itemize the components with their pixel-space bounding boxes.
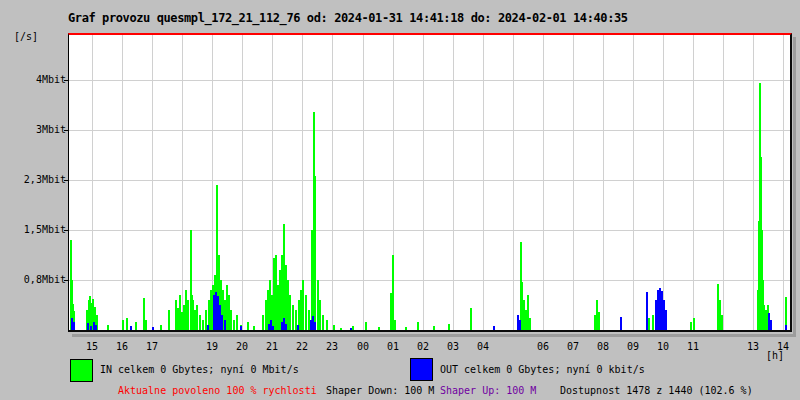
legend-in-swatch [70,359,93,382]
traffic-bar-out [90,326,92,330]
traffic-bar-in [168,310,170,330]
traffic-bar-in [448,324,450,330]
x-tick-label: 02 [410,341,436,352]
traffic-bar-out [493,326,495,330]
traffic-bar-in [314,176,316,330]
traffic-bar-in [326,320,328,330]
traffic-bar-in [199,315,201,330]
traffic-bar-out [646,292,648,330]
traffic-bar-in [302,280,304,330]
traffic-bar-out [221,315,223,330]
legend-availability: Dostupnost 1478 z 1440 (102.6 %) [560,385,753,396]
x-tick-label: 17 [139,341,165,352]
traffic-bar-out [73,322,75,330]
traffic-bar-out [665,310,667,330]
traffic-bar-in [233,320,235,330]
legend-allowed-speed: Aktualne povoleno 100 % rychlosti [118,385,317,396]
traffic-bar-in [135,322,137,330]
traffic-bar-in [262,315,264,330]
traffic-bar-out [785,325,787,330]
plot-shadow [793,37,796,334]
traffic-bar-out [152,327,154,330]
traffic-bar-in [529,318,531,330]
traffic-bar-in [405,327,407,330]
x-tick-label: 08 [590,341,616,352]
traffic-bar-in [236,315,238,330]
legend-shaper-up: Shaper Up: 100 M [440,385,536,396]
plot-area [68,33,792,332]
x-tick-label: 19 [199,341,225,352]
traffic-bar-in [145,320,147,330]
traffic-bar-in [126,318,128,330]
plot-shadow [72,334,796,337]
traffic-bar-in [648,318,650,330]
x-tick-label: 07 [560,341,586,352]
traffic-bar-out [285,324,287,330]
traffic-bar-out [297,325,299,330]
traffic-bar-in [187,300,189,330]
traffic-bar-in [340,328,342,330]
traffic-bar-in [352,326,354,330]
traffic-bar-in [322,315,324,330]
y-tick-label: 1,5Mbit [0,224,66,235]
traffic-bar-in [107,325,109,330]
traffic-bar-in [289,295,291,330]
x-tick-label: 13 [740,341,766,352]
x-tick-label: 10 [650,341,676,352]
traffic-bar-out [207,325,209,330]
page-title: Graf provozu quesmpl_172_21_112_76 od: 2… [68,11,628,25]
value-gridline [69,80,790,81]
x-tick-label: 11 [680,341,706,352]
x-tick-label: 16 [109,341,135,352]
x-tick-label: 06 [530,341,556,352]
x-tick-label: 20 [229,341,255,352]
traffic-bar-out [770,320,772,330]
traffic-bar-in [333,325,335,330]
legend-in-label: IN celkem 0 Gbytes; nyní 0 Mbit/s [100,364,299,375]
traffic-bar-in [292,305,294,330]
x-tick-label: 00 [350,341,376,352]
value-gridline [69,180,790,181]
value-gridline [69,130,790,131]
x-tick-label: 01 [380,341,406,352]
value-gridline [69,230,790,231]
traffic-bar-out [240,326,242,330]
legend-shaper-down: Shaper Down: 100 M [326,385,434,396]
traffic-bar-in [433,326,435,330]
x-tick-label: 04 [470,341,496,352]
x-tick-label: 23 [319,341,345,352]
y-tick-label: 2,3Mbit [0,174,66,185]
traffic-bar-in [690,322,692,330]
traffic-bar-out [95,325,97,330]
traffic-bar-in [394,320,396,330]
y-tick-label: 0,8Mbit [0,274,66,285]
traffic-bar-out [272,326,274,330]
traffic-bar-in [598,312,600,330]
value-gridline [69,280,790,281]
traffic-bar-in [652,315,654,330]
traffic-bar-in [247,322,249,330]
traffic-bar-in [470,308,472,330]
legend-out-label: OUT celkem 0 Gbytes; nyní 0 kbit/s [440,364,645,375]
x-tick-label: 09 [620,341,646,352]
x-tick-label: 03 [440,341,466,352]
x-tick-label: 15 [79,341,105,352]
traffic-bar-in [253,326,255,330]
x-tick-label: 14 [770,341,796,352]
traffic-bar-in [319,300,321,330]
y-tick-label: 4Mbit [0,74,66,85]
x-tick-label: 22 [289,341,315,352]
traffic-bar-out [224,320,226,330]
traffic-bar-in [122,320,124,330]
y-axis-unit-label: [/s] [0,31,38,42]
traffic-bar-out [314,322,316,330]
traffic-bar-in [230,310,232,330]
traffic-bar-in [417,322,419,330]
traffic-bar-in [378,327,380,330]
traffic-bar-in [160,325,162,330]
traffic-bar-out [87,323,89,330]
legend-out-swatch [410,358,433,381]
traffic-bar-out [130,326,132,330]
traffic-bar-out [350,328,352,330]
x-tick-label: 21 [259,341,285,352]
